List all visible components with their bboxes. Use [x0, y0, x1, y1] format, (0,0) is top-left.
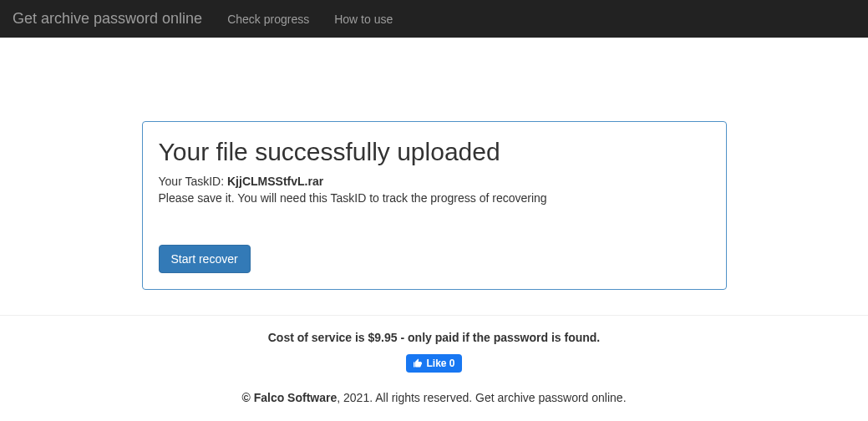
copyright-company: © Falco Software: [241, 391, 337, 404]
task-id-line: Your TaskID: KjjCLMSStfvL.rar: [159, 175, 710, 188]
brand-link[interactable]: Get archive password online: [13, 2, 215, 36]
nav-check-progress[interactable]: Check progress: [215, 3, 322, 36]
copyright-text: , 2021. All rights reserved. Get archive…: [337, 391, 626, 404]
main-container: Your file successfully uploaded Your Tas…: [42, 121, 827, 290]
navbar: Get archive password online Check progre…: [0, 0, 868, 38]
task-id-value: KjjCLMSStfvL.rar: [227, 175, 323, 188]
start-recover-button[interactable]: Start recover: [159, 245, 251, 273]
panel-heading: Your file successfully uploaded: [159, 138, 710, 166]
cost-line: Cost of service is $9.95 - only paid if …: [0, 331, 868, 344]
fb-like-label: Like 0: [426, 358, 454, 369]
nav-how-to-use[interactable]: How to use: [322, 3, 405, 36]
divider: [0, 315, 868, 316]
thumbs-up-icon: [413, 358, 423, 368]
copyright-line: © Falco Software, 2021. All rights reser…: [0, 391, 868, 404]
task-id-label: Your TaskID:: [159, 175, 228, 188]
footer: Cost of service is $9.95 - only paid if …: [0, 331, 868, 404]
upload-panel: Your file successfully uploaded Your Tas…: [142, 121, 727, 290]
save-hint: Please save it. You will need this TaskI…: [159, 191, 710, 205]
fb-like-button[interactable]: Like 0: [406, 354, 461, 373]
